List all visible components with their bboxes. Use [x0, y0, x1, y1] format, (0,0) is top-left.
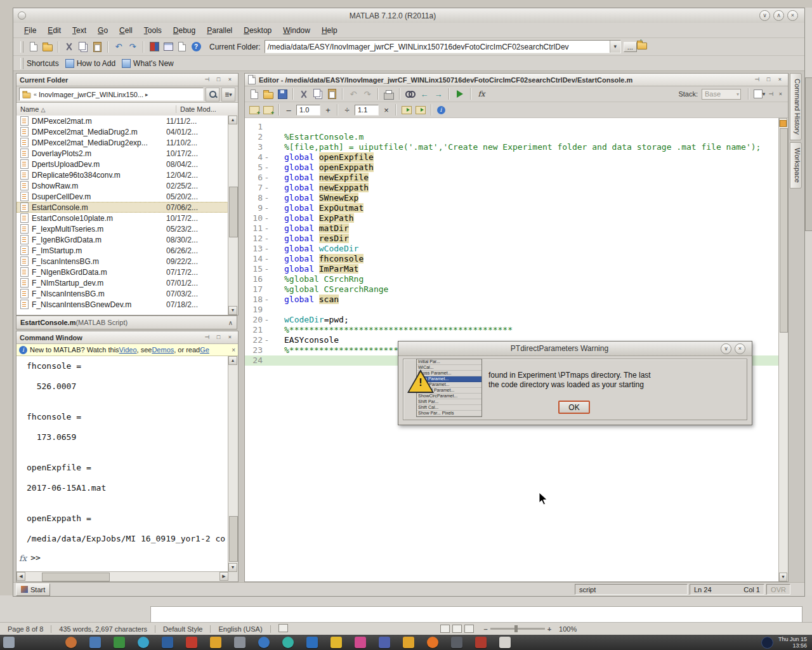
close-panel-icon[interactable]: ×	[225, 75, 235, 84]
command-window-vscrollbar[interactable]: ▲ ▼	[228, 356, 238, 572]
menu-file[interactable]: File	[18, 25, 42, 36]
code-line[interactable]: 19	[245, 305, 779, 315]
shortcut-label[interactable]: How to Add	[77, 59, 115, 68]
taskbar-clock[interactable]: Thu Jun 15 13:56	[778, 636, 807, 649]
dock-icon[interactable]: ⊣	[752, 75, 762, 84]
demos-link[interactable]: Demos	[152, 346, 174, 354]
undo-icon[interactable]: ↶	[346, 87, 360, 101]
taskbar-app-18-icon[interactable]	[475, 637, 487, 648]
evaluate-cell-icon[interactable]	[400, 103, 414, 117]
code-line[interactable]: 1	[245, 122, 779, 132]
taskbar-app-2-icon[interactable]	[89, 637, 101, 648]
command-prompt-row[interactable]: fx >>	[27, 553, 228, 563]
writer-language[interactable]: English (USA)	[218, 625, 262, 633]
tab-command-history[interactable]: Command History	[790, 73, 802, 140]
mlint-indicator[interactable]	[780, 120, 787, 127]
print-icon[interactable]	[382, 87, 396, 101]
window-menu-icon[interactable]	[18, 11, 26, 20]
file-row[interactable]: DsuperCellDev.m05/20/2...	[16, 191, 228, 202]
taskbar-app-5-icon[interactable]	[162, 637, 173, 648]
code-line[interactable]: 4-global openExpfile	[245, 152, 779, 162]
file-row[interactable]: DshowRaw.m02/25/2...	[16, 180, 228, 191]
file-name[interactable]: F_IexpMultiTseries.m	[32, 225, 166, 234]
code-line[interactable]: 6-global newExpfile	[245, 173, 779, 183]
tab-workspace[interactable]: Workspace	[790, 142, 802, 189]
close-panel-icon[interactable]: ×	[775, 75, 785, 84]
close-editor-icon[interactable]: ×	[776, 90, 785, 99]
taskbar-app-4-icon[interactable]	[138, 637, 149, 648]
multiply-value-button[interactable]: ×	[381, 104, 392, 116]
info-icon[interactable]: i	[435, 103, 449, 117]
code-line[interactable]: 17%global CSrearchRange	[245, 284, 779, 295]
code-line[interactable]: 8-global SWnewExp	[245, 193, 779, 203]
file-details-bar[interactable]: EstartConsole.m (MATLAB Script) ∧	[16, 315, 237, 329]
file-name[interactable]: DpertsUploadDev.m	[32, 160, 166, 169]
getting-started-link[interactable]: Ge	[200, 346, 209, 354]
current-folder-panel-titlebar[interactable]: Current Folder ⊣ □ ×	[16, 74, 238, 86]
scroll-down-icon[interactable]: ▼	[228, 306, 237, 315]
menu-text[interactable]: Text	[67, 25, 92, 36]
file-name[interactable]: DMPexcel2mat_MediaDrug2.m	[32, 128, 166, 136]
editor-scrollbar[interactable]: ▲ ▼	[778, 118, 788, 581]
current-folder-combo[interactable]: /media/data/EASY/InovImager_jwrCF_WINLin…	[265, 40, 621, 53]
cell-value-1-input[interactable]: 1.0	[296, 105, 320, 116]
profiler-icon[interactable]	[175, 40, 189, 54]
back-icon[interactable]: ←	[417, 87, 431, 101]
taskbar-app-1-icon[interactable]	[65, 637, 77, 648]
file-name[interactable]: EstartConsole.m	[32, 203, 166, 212]
paste-icon[interactable]	[325, 87, 339, 101]
file-name[interactable]: F_NIscanIntensBG.m	[32, 289, 166, 298]
close-button[interactable]: ×	[787, 10, 798, 21]
taskbar-app-17-icon[interactable]	[451, 637, 462, 648]
ok-button[interactable]: OK	[558, 401, 590, 414]
command-window-titlebar[interactable]: Command Window ⊣ □ ×	[16, 331, 238, 344]
file-name[interactable]: EstartConsole10plate.m	[32, 214, 166, 223]
file-row[interactable]: F_IgenBkGrdData.m08/30/2...	[16, 234, 228, 245]
file-name[interactable]: F_NIgenBkGrdData.m	[32, 268, 166, 277]
collapse-chevron-icon[interactable]: «	[34, 91, 37, 98]
menu-tools[interactable]: Tools	[138, 25, 167, 36]
decrease-value-button[interactable]: –	[283, 104, 294, 116]
file-row[interactable]: F_NIscanIntensBG.m07/03/2...	[16, 288, 228, 299]
command-window-output[interactable]: fhconsole = 526.0007 fhconsole = 173.065…	[16, 356, 228, 572]
taskbar-menu-icon[interactable]	[3, 637, 15, 648]
insert-cell-icon[interactable]	[247, 103, 261, 117]
taskbar-app-11-icon[interactable]	[306, 637, 318, 648]
file-list-scrollbar[interactable]: ▲ ▼	[228, 116, 238, 315]
shortcut-whats-new[interactable]: What's New	[122, 59, 174, 68]
zoom-percent[interactable]: 100%	[559, 625, 577, 633]
scroll-up-icon[interactable]: ▲	[228, 116, 237, 124]
scrollbar-thumb[interactable]	[229, 187, 238, 237]
file-row[interactable]: DMPexcel2mat_MediaDrug2exp...11/10/2...	[16, 137, 228, 148]
code-line[interactable]: 3%[file,path] = uiputfile('.mat','Create…	[245, 142, 779, 152]
new-file-icon[interactable]	[27, 40, 41, 54]
code-line[interactable]: 7-global newExppath	[245, 183, 779, 193]
stack-combo[interactable]: Base ▾	[702, 89, 741, 100]
cell-value-2-input[interactable]: 1.1	[355, 105, 379, 116]
title-bar[interactable]: MATLAB 7.12.0 (R2011a) ∨ ∧ ×	[13, 8, 804, 23]
menu-help[interactable]: Help	[316, 25, 343, 36]
dialog-minimize-button[interactable]: ∨	[721, 343, 731, 354]
shortcut-label[interactable]: What's New	[133, 59, 174, 68]
menu-window[interactable]: Window	[277, 25, 316, 36]
divide-value-button[interactable]: ÷	[341, 104, 353, 116]
maximize-panel-icon[interactable]: □	[764, 75, 773, 84]
file-name[interactable]: DReplicate96to384conv.m	[32, 171, 166, 180]
taskbar-app-12-icon[interactable]	[331, 637, 342, 648]
find-icon[interactable]	[403, 87, 417, 101]
code-line[interactable]: 2%EstartConsole.m	[245, 132, 779, 142]
dialog-titlebar[interactable]: PTdirectParameters Warning ∨ ×	[398, 342, 752, 356]
insert-cell-divider-icon[interactable]	[261, 103, 275, 117]
file-list-header[interactable]: Name △ Date Mod...	[16, 103, 238, 116]
banner-close-icon[interactable]: ×	[232, 347, 235, 354]
scroll-down-icon[interactable]: ▼	[779, 573, 787, 581]
file-row[interactable]: F_NIscanIntensBGnewDev.m07/18/2...	[16, 299, 228, 310]
taskbar-app-6-icon[interactable]	[186, 637, 197, 648]
code-line[interactable]: 9-global ExpOutmat	[245, 203, 779, 213]
taskbar-app-15-icon[interactable]	[403, 637, 414, 648]
help-icon[interactable]: ?	[189, 40, 203, 54]
file-row[interactable]: DoverlayPlots2.m10/17/2...	[16, 148, 228, 159]
scrollbar-thumb[interactable]	[42, 573, 110, 581]
scroll-up-icon[interactable]: ▲	[228, 356, 237, 365]
cut-icon[interactable]	[62, 40, 76, 54]
